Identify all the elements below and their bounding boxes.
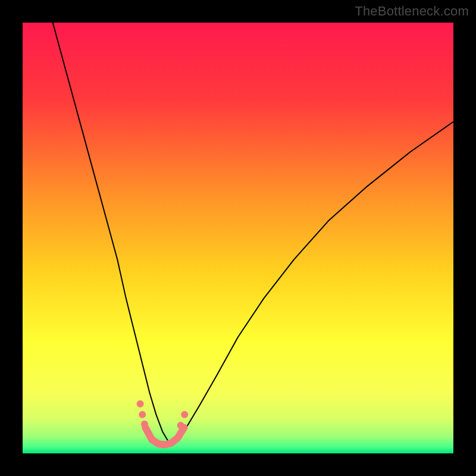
chart-svg <box>23 23 453 453</box>
data-point <box>139 411 146 418</box>
data-point <box>137 400 144 408</box>
series-bottleneck-curve <box>53 23 453 443</box>
plot-area <box>23 23 453 453</box>
data-point <box>177 422 184 429</box>
watermark-text: TheBottleneck.com <box>355 4 469 19</box>
data-point <box>141 421 148 428</box>
data-point <box>181 411 188 418</box>
chart-frame: TheBottleneck.com <box>0 0 476 476</box>
